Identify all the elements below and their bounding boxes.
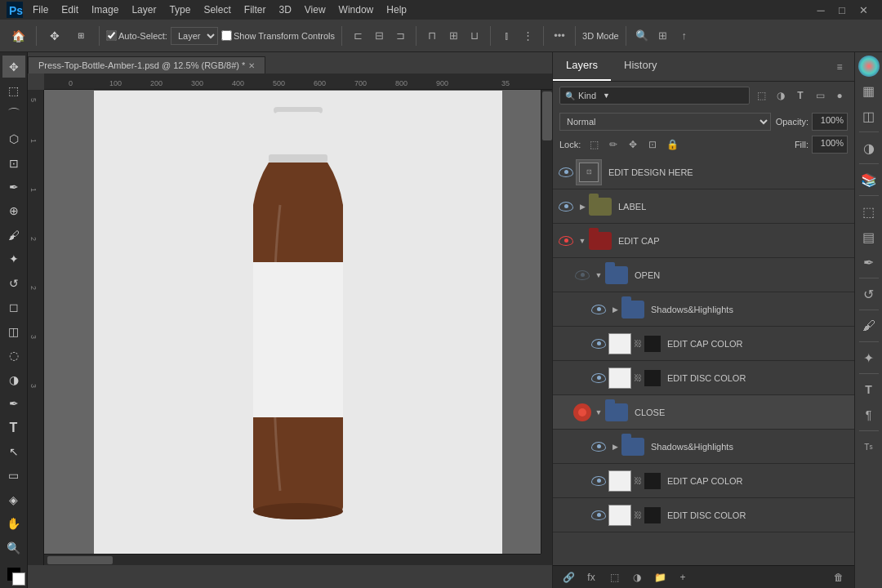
spot-heal-btn[interactable]: ⊕ <box>2 200 25 222</box>
align-left[interactable]: ⊏ <box>349 27 367 45</box>
eraser-tool-btn[interactable]: ◻ <box>2 296 25 318</box>
tab-layers[interactable]: Layers <box>553 52 611 81</box>
menu-select[interactable]: Select <box>197 2 237 17</box>
scrollbar-v[interactable] <box>541 90 552 565</box>
align-middle-v[interactable]: ⊞ <box>444 27 462 45</box>
visibility-close[interactable] <box>572 403 592 422</box>
layer-shadows-2[interactable]: ▶ Shadows&Highlights <box>553 430 854 464</box>
opacity-value[interactable]: 100% <box>812 113 848 131</box>
menu-file[interactable]: File <box>26 2 55 17</box>
align-top[interactable]: ⊓ <box>423 27 441 45</box>
expand-shadows-1[interactable]: ▶ <box>608 303 621 316</box>
link-layers-btn[interactable]: 🔗 <box>559 568 577 586</box>
history-side-btn[interactable]: ↺ <box>858 283 880 305</box>
foreground-color[interactable] <box>2 563 25 585</box>
libraries-btn[interactable]: 📚 <box>858 168 880 191</box>
layer-open-folder[interactable]: ▼ OPEN <box>553 258 854 292</box>
tab-close-btn[interactable]: ✕ <box>248 61 255 70</box>
dodge-tool-btn[interactable]: ◑ <box>2 368 25 390</box>
menu-view[interactable]: View <box>298 2 332 17</box>
menu-image[interactable]: Image <box>85 2 125 17</box>
menu-edit[interactable]: Edit <box>55 2 85 17</box>
channels-btn[interactable]: ▤ <box>858 225 880 248</box>
tab-history[interactable]: History <box>611 52 670 81</box>
lock-position-btn[interactable]: ✥ <box>625 137 641 152</box>
expand-edit-cap[interactable]: ▼ <box>576 234 589 247</box>
filter-pixel-btn[interactable]: ⬚ <box>753 87 769 104</box>
clone-source-btn[interactable]: ✦ <box>858 346 880 369</box>
align-right[interactable]: ⊐ <box>391 27 409 45</box>
zoom-tool-btn[interactable]: 🔍 <box>2 537 25 559</box>
visibility-edit-design[interactable] <box>556 163 576 182</box>
more-options[interactable]: ••• <box>550 27 568 45</box>
filter-smart-btn[interactable]: ● <box>831 87 848 104</box>
visibility-cap-color-2[interactable] <box>589 471 608 491</box>
add-layer-btn[interactable]: + <box>674 568 692 586</box>
char-panel-btn[interactable]: T <box>858 378 880 401</box>
crop-tool-btn[interactable]: ⊡ <box>2 152 25 174</box>
paths-btn[interactable]: ✒ <box>858 251 880 274</box>
maximize-button[interactable]: □ <box>833 1 851 19</box>
move-tool-btn[interactable]: ✥ <box>2 56 25 78</box>
menu-window[interactable]: Window <box>332 2 381 17</box>
minimize-button[interactable]: ─ <box>812 1 830 19</box>
blur-tool-btn[interactable]: ◌ <box>2 344 25 366</box>
visibility-shadows-1[interactable] <box>589 300 608 319</box>
layer-edit-cap-folder[interactable]: ▼ EDIT CAP <box>553 224 854 258</box>
search-button[interactable]: 🔍 <box>633 27 651 45</box>
auto-select-checkbox[interactable] <box>106 30 117 41</box>
add-mask-btn[interactable]: ⬚ <box>605 568 623 586</box>
pen-tool-btn[interactable]: ✒ <box>2 392 25 414</box>
type-tool-btn[interactable]: T <box>2 416 25 439</box>
filter-shape-btn[interactable]: ▭ <box>812 87 828 104</box>
char-styles-btn[interactable]: Ts <box>858 435 880 458</box>
visibility-cap-color-1[interactable] <box>589 334 608 354</box>
expand-shadows-2[interactable]: ▶ <box>608 440 621 453</box>
share-button[interactable]: ↑ <box>675 27 693 45</box>
visibility-disc-color-2[interactable] <box>589 506 608 525</box>
history-brush-btn[interactable]: ↺ <box>2 272 25 294</box>
add-group-btn[interactable]: 📁 <box>651 568 669 586</box>
canvas-tab-file[interactable]: Press-Top-Bottle-Amber-1.psd @ 12.5% (RG… <box>28 56 265 74</box>
filter-type-btn[interactable]: T <box>792 87 808 104</box>
layer-close-folder[interactable]: ▼ CLOSE <box>553 395 854 430</box>
lock-image-btn[interactable]: ✏ <box>605 137 621 152</box>
paragraph-btn[interactable]: ¶ <box>858 403 880 426</box>
blend-mode-select[interactable]: Normal <box>559 113 771 131</box>
layers-side-btn[interactable]: ⬚ <box>858 200 880 223</box>
hand-tool-btn[interactable]: ✋ <box>2 513 25 535</box>
layer-edit-design[interactable]: ⊡ EDIT DESIGN HERE <box>553 155 854 189</box>
path-select-btn[interactable]: ↖ <box>2 440 25 462</box>
color-picker-side-btn[interactable] <box>858 56 880 77</box>
lock-artboard-btn[interactable]: ⊡ <box>644 137 661 152</box>
gradient-side-btn[interactable]: ◫ <box>858 105 880 127</box>
quick-select-btn[interactable]: ⬡ <box>2 127 25 149</box>
menu-3d[interactable]: 3D <box>272 2 297 17</box>
lock-all-btn[interactable]: 🔒 <box>664 137 680 152</box>
eye-icon-close-hover[interactable] <box>573 403 591 421</box>
filter-adj-btn[interactable]: ◑ <box>773 87 789 104</box>
expand-close[interactable]: ▼ <box>592 406 605 419</box>
move-tool[interactable]: ✥ <box>43 24 66 47</box>
visibility-edit-cap[interactable] <box>556 231 576 251</box>
delete-layer-btn[interactable]: 🗑 <box>830 568 848 586</box>
layer-style-btn[interactable]: fx <box>582 568 600 586</box>
panel-menu-btn[interactable]: ≡ <box>831 59 848 75</box>
transform-checkbox[interactable] <box>221 30 232 41</box>
layer-label[interactable]: ▶ LABEL <box>553 189 854 224</box>
visibility-label[interactable] <box>556 197 576 216</box>
gradient-tool-btn[interactable]: ◫ <box>2 320 25 342</box>
selection-tool-btn[interactable]: ⬚ <box>2 79 25 101</box>
brush-settings-btn[interactable]: 🖌 <box>858 314 880 337</box>
layer-edit-cap-color-1[interactable]: ⛓ EDIT CAP COLOR <box>553 327 854 361</box>
distribute-v[interactable]: ⋮ <box>519 27 537 45</box>
align-center-h[interactable]: ⊟ <box>370 27 388 45</box>
eyedropper-tool-btn[interactable]: ✒ <box>2 176 25 198</box>
lock-transparent-btn[interactable]: ⬚ <box>586 137 602 152</box>
rectangle-tool-btn[interactable]: ▭ <box>2 465 25 487</box>
swatches-btn[interactable]: ▦ <box>858 79 880 102</box>
brush-tool-btn[interactable]: 🖌 <box>2 224 25 246</box>
close-button[interactable]: ✕ <box>854 1 872 19</box>
visibility-shadows-2[interactable] <box>589 437 608 457</box>
expand-open[interactable]: ▼ <box>592 269 605 282</box>
